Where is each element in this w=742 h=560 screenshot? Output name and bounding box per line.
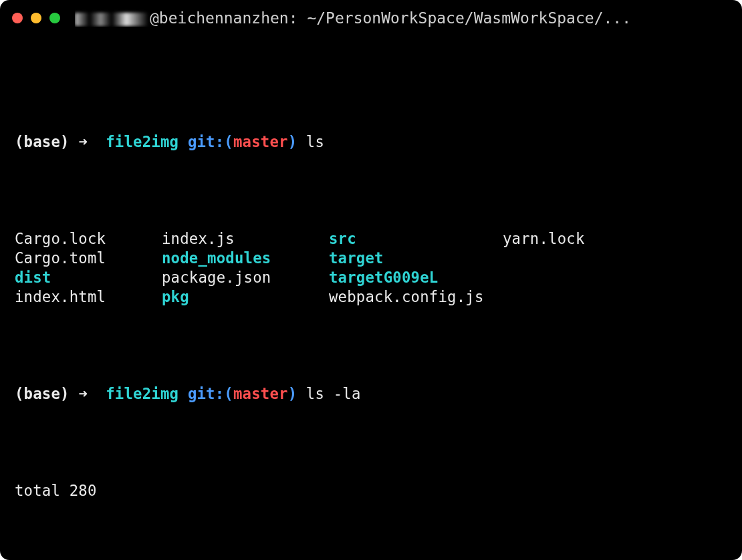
prompt-arrow: ➜ [78,384,88,404]
close-icon[interactable] [12,13,23,23]
git-prefix: git:( [188,132,233,152]
prompt-line: (base) ➜ file2img git:(master) ls -la [15,384,727,404]
terminal-output[interactable]: (base) ➜ file2img git:(master) ls Cargo.… [0,36,742,560]
ls-file: webpack.config.js [329,287,503,307]
titlebar: @beichennanzhen: ~/PersonWorkSpace/WasmW… [0,0,742,36]
ls-file: index.js [162,229,329,249]
zoom-icon[interactable] [49,13,60,23]
git-branch: master [233,132,288,152]
prompt-arrow: ➜ [78,132,88,152]
ls-dir: targetG009eL [329,268,503,287]
ls-dir: target [329,249,503,268]
ls-dir: dist [15,268,162,287]
ls-file: index.html [15,287,162,307]
ls-file: package.json [162,268,329,287]
ls-total: total 280 [15,481,727,501]
ls-dir: src [329,229,503,249]
ls-file [503,249,727,268]
ls-file: Cargo.lock [15,229,162,249]
ls-file: Cargo.toml [15,249,162,268]
ls-dir: pkg [162,287,329,307]
redacted-username [75,13,148,26]
ls-output: Cargo.lockindex.jssrcyarn.lockCargo.toml… [15,229,727,307]
cwd: file2img [106,384,178,404]
command-text: ls [306,132,324,152]
ls-file [503,268,727,287]
conda-env: (base) [15,384,70,404]
git-suffix: ) [288,384,297,404]
minimize-icon[interactable] [31,13,41,23]
git-prefix: git:( [188,384,233,404]
traffic-lights [12,13,60,23]
window-title-text: @beichennanzhen: ~/PersonWorkSpace/WasmW… [150,9,631,27]
git-suffix: ) [288,132,297,152]
ls-file: yarn.lock [503,229,727,249]
window-title: @beichennanzhen: ~/PersonWorkSpace/WasmW… [75,9,631,27]
command-text: ls -la [306,384,361,404]
cwd: file2img [106,132,178,152]
git-branch: master [233,384,288,404]
conda-env: (base) [15,132,70,152]
terminal-window: @beichennanzhen: ~/PersonWorkSpace/WasmW… [0,0,742,560]
ls-dir: node_modules [162,249,329,268]
prompt-line: (base) ➜ file2img git:(master) ls [15,132,727,152]
ls-file [503,287,727,307]
